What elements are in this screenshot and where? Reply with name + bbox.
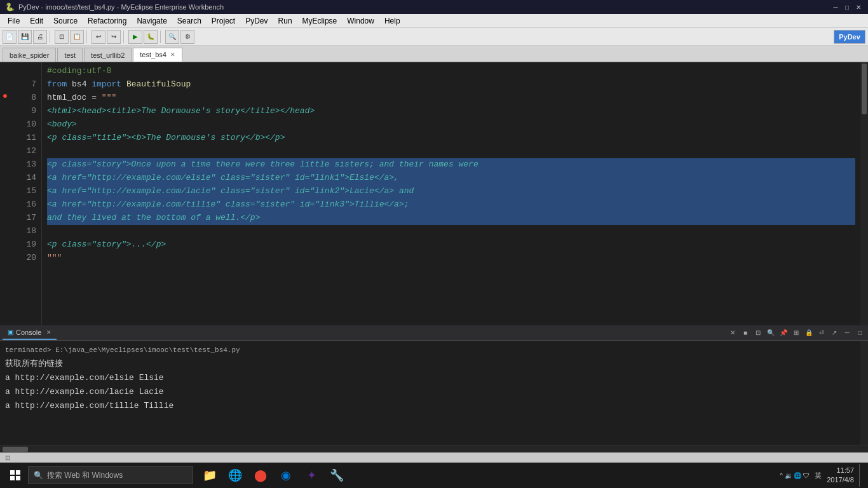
taskbar: 🔍 搜索 Web 和 Windows 📁 🌐 ⬤ ◉ ✦ 🔧 ^ 🔉 🌐 🛡 英… <box>0 463 868 488</box>
close-button[interactable]: ✕ <box>854 3 863 11</box>
svg-rect-3 <box>16 476 20 480</box>
taskbar-file-explorer[interactable]: 📁 <box>198 464 221 487</box>
toolbar-undo[interactable]: ↩ <box>92 30 105 44</box>
taskbar-clock: 11:57 2017/4/8 <box>827 466 854 485</box>
toolbar-new[interactable]: 📄 <box>3 30 17 44</box>
console-tab-label: Console <box>16 329 41 336</box>
menu-source[interactable]: Source <box>48 15 83 27</box>
marker-error: ● <box>0 89 10 102</box>
toolbar-redo[interactable]: ↪ <box>107 30 121 44</box>
console-open-btn[interactable]: ↗ <box>829 327 840 339</box>
taskbar-search[interactable]: 🔍 搜索 Web 和 Windows <box>28 466 193 484</box>
tab-test[interactable]: test <box>57 48 83 62</box>
svg-rect-1 <box>16 470 20 475</box>
marker-14 <box>0 236 10 249</box>
line-numbers: 7 8 9 10 11 12 13 14 15 16 17 18 19 20 <box>10 62 42 325</box>
console-run-btn[interactable]: ⊡ <box>752 327 764 339</box>
console-copy-btn[interactable]: ⊞ <box>790 327 802 339</box>
console-line-1: a http://example.com/elsie Elsie <box>5 371 855 385</box>
code-line-10: <body> <box>47 118 855 132</box>
taskbar-app4[interactable]: ◉ <box>275 464 297 487</box>
menu-search[interactable]: Search <box>172 15 207 27</box>
menu-edit[interactable]: Edit <box>25 15 48 27</box>
code-line-14: <a href="http://example.com/elsie" class… <box>47 172 855 185</box>
menu-navigate[interactable]: Navigate <box>132 15 172 27</box>
menu-pydev[interactable]: PyDev <box>240 15 273 27</box>
console-tab-close[interactable]: ✕ <box>46 329 51 336</box>
console-scroll-lock-btn[interactable]: 🔒 <box>803 327 815 339</box>
toolbar-settings[interactable]: ⚙ <box>180 30 194 44</box>
marker-10 <box>0 182 10 196</box>
toolbar-paste[interactable]: 📋 <box>70 30 84 44</box>
marker-7 <box>0 142 10 156</box>
show-desktop[interactable] <box>859 464 863 487</box>
tab-test-urllib2[interactable]: test_urllib2 <box>84 48 132 62</box>
bottom-left: ⊡ <box>5 454 10 461</box>
tab-baike-spider[interactable]: baike_spider <box>3 48 56 62</box>
tab-test-bs4[interactable]: test_bs4 ✕ <box>133 48 182 62</box>
toolbar-print[interactable]: 🖨 <box>33 30 47 44</box>
ln-20: 20 <box>15 252 36 265</box>
code-editor[interactable]: ● 7 8 9 10 11 <box>0 62 868 325</box>
ln-16: 16 <box>15 198 36 212</box>
taskbar-edge[interactable]: 🌐 <box>224 464 247 487</box>
console-pin-btn[interactable]: 📌 <box>778 327 789 339</box>
console-icon: ▣ <box>8 329 13 336</box>
menu-refactoring[interactable]: Refactoring <box>83 15 132 27</box>
tab-test-urllib2-label: test_urllib2 <box>91 51 125 59</box>
ln-11: 11 <box>15 132 36 145</box>
pydev-logo: PyDev <box>834 30 865 44</box>
error-icon: ● <box>3 91 8 101</box>
console-body[interactable]: terminated> E:\java_ee\Myeclipses\imooc\… <box>0 341 860 445</box>
tab-test-bs4-close[interactable]: ✕ <box>170 51 175 58</box>
code-area[interactable]: #coding:utf-8 from bs4 import BeautifulS… <box>42 62 860 325</box>
toolbar-save[interactable]: 💾 <box>18 30 32 44</box>
console-hscrollbar[interactable] <box>0 445 868 452</box>
console-clear-btn[interactable]: ✕ <box>727 327 738 339</box>
code-line-7: from bs4 import BeautifulSoup <box>47 78 855 92</box>
editor-scrollbar[interactable] <box>860 62 868 325</box>
menu-run[interactable]: Run <box>273 15 297 27</box>
console-max-btn[interactable]: □ <box>854 327 865 339</box>
marker-1 <box>0 62 10 76</box>
console-scrollbar[interactable] <box>860 341 868 445</box>
taskbar-app6[interactable]: 🔧 <box>325 464 348 487</box>
tab-test-label: test <box>64 51 76 59</box>
svg-rect-2 <box>10 476 15 480</box>
taskbar-chrome[interactable]: ⬤ <box>249 464 272 487</box>
menu-window[interactable]: Window <box>342 15 379 27</box>
marker-8 <box>0 156 10 169</box>
console-word-wrap-btn[interactable]: ⏎ <box>816 327 827 339</box>
menu-project[interactable]: Project <box>207 15 240 27</box>
menu-myeclipse[interactable]: MyEclipse <box>297 15 342 27</box>
console-search-btn[interactable]: 🔍 <box>765 327 776 339</box>
console-header: ▣ Console ✕ ✕ ■ ⊡ 🔍 📌 ⊞ 🔒 ⏎ ↗ ─ □ <box>0 325 868 341</box>
minimize-button[interactable]: ─ <box>831 3 840 11</box>
code-line-19: <p class="story">...</p> <box>47 238 855 252</box>
code-line-11: <p class="title"><b>The Dormouse's story… <box>47 132 855 145</box>
console-tools: ✕ ■ ⊡ 🔍 📌 ⊞ 🔒 ⏎ ↗ ─ □ <box>727 327 865 339</box>
start-button[interactable] <box>3 463 28 488</box>
code-line-comment: #coding:utf-8 <box>47 65 855 78</box>
toolbar: 📄 💾 🖨 ⊡ 📋 ↩ ↪ ▶ 🐛 🔍 ⚙ PyDev <box>0 28 868 46</box>
taskbar-vscode[interactable]: ✦ <box>300 464 323 487</box>
toolbar-copy[interactable]: ⊡ <box>55 30 69 44</box>
console-terminated: terminated> E:\java_ee\Myeclipses\imooc\… <box>5 346 240 354</box>
console-hscroll-thumb[interactable] <box>3 447 28 452</box>
maximize-button[interactable]: □ <box>843 3 851 11</box>
marker-12 <box>0 209 10 222</box>
toolbar-debug[interactable]: 🐛 <box>144 30 158 44</box>
menu-file[interactable]: File <box>3 15 25 27</box>
toolbar-search[interactable]: 🔍 <box>165 30 179 44</box>
console-tab[interactable]: ▣ Console ✕ <box>3 325 57 340</box>
clock-date: 2017/4/8 <box>827 475 854 485</box>
code-line-12 <box>47 145 855 158</box>
marker-5 <box>0 116 10 129</box>
scroll-thumb[interactable] <box>862 64 867 114</box>
console-line-3: a http://example.com/tillie Tillie <box>5 399 855 413</box>
toolbar-run[interactable]: ▶ <box>128 30 142 44</box>
console-stop-btn[interactable]: ■ <box>740 327 751 339</box>
console-min-btn[interactable]: ─ <box>841 327 853 339</box>
menu-help[interactable]: Help <box>379 15 405 27</box>
tab-test-bs4-label: test_bs4 <box>140 51 166 58</box>
